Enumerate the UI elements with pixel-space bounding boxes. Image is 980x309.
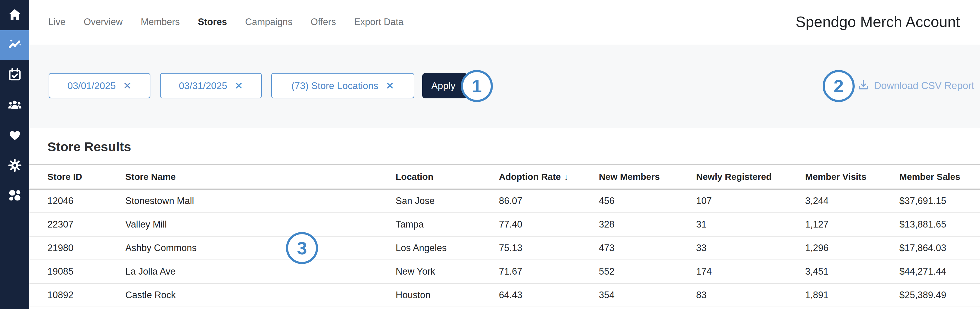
cell-location: Houston [396,290,499,301]
cell-newly-registered: 33 [696,242,805,254]
store-results-table: Store ID Store Name Location Adoption Ra… [29,165,980,307]
cell-member-sales: $13,881.65 [899,219,980,230]
cell-store-name: Stonestown Mall [125,195,396,206]
adoption-rate-label: Adoption Rate [499,172,561,182]
cell-newly-registered: 83 [696,290,805,301]
cell-new-members: 354 [599,290,696,301]
filter-chip-start-date[interactable]: 03/01/2025 ✕ [49,73,150,98]
table-row: 21980 Ashby Commons Los Angeles 75.13 47… [29,236,980,260]
apply-button[interactable]: Apply [422,73,467,98]
cell-location: San Jose [396,195,499,206]
account-title: Spendgo Merch Account [795,13,960,31]
annotation-3-number: 3 [297,238,307,258]
column-header-store-name[interactable]: Store Name [125,172,396,182]
annotation-circle-3: 3 [286,232,318,264]
store-results-title: Store Results [48,139,131,154]
download-csv-link[interactable]: Download CSV Report [857,73,974,98]
heart-icon [8,128,22,143]
column-header-adoption-rate[interactable]: Adoption Rate↓ [499,172,599,182]
cell-store-name: Castle Rock [125,290,396,301]
cell-adoption-rate: 86.07 [499,195,599,206]
annotation-1-number: 1 [472,76,482,97]
cell-store-id: 21980 [29,242,125,254]
cell-new-members: 473 [599,242,696,254]
cell-member-visits: 3,451 [805,266,899,277]
annotation-2-number: 2 [834,76,843,97]
cell-member-sales: $37,691.15 [899,195,980,206]
cell-member-sales: $44,271.44 [899,266,980,277]
filter-chip-start-date-label: 03/01/2025 [67,80,116,92]
cell-newly-registered: 31 [696,219,805,230]
table-row: 19085 La Jolla Ave New York 71.67 552 17… [29,260,980,284]
cell-location: Tampa [396,219,499,230]
nav-item-offers[interactable]: Offers [311,17,336,27]
nav-item-campaigns[interactable]: Campaigns [245,17,293,27]
nav-item-stores[interactable]: Stores [198,17,227,27]
cell-member-visits: 1,296 [805,242,899,254]
cell-member-sales: $17,864.03 [899,242,980,254]
cell-member-sales: $25,389.49 [899,290,980,301]
cell-member-visits: 1,891 [805,290,899,301]
download-icon [857,79,870,93]
cell-adoption-rate: 64.43 [499,290,599,301]
sidebar-item-settings[interactable] [0,151,29,181]
column-header-new-members[interactable]: New Members [599,172,696,182]
sidebar-item-calendar[interactable] [0,60,29,90]
column-header-newly-registered[interactable]: Newly Registered [696,172,805,182]
close-icon[interactable]: ✕ [386,81,395,91]
column-header-store-id[interactable]: Store ID [29,172,125,182]
nav-item-members[interactable]: Members [141,17,180,27]
cell-new-members: 552 [599,266,696,277]
cell-store-id: 12046 [29,195,125,206]
download-csv-label: Download CSV Report [874,80,974,92]
column-header-location[interactable]: Location [396,172,499,182]
analytics-icon [8,38,22,53]
cell-adoption-rate: 71.67 [499,266,599,277]
cell-newly-registered: 174 [696,266,805,277]
sidebar-item-members[interactable] [0,90,29,121]
gear-icon [8,158,22,174]
annotation-circle-2: 2 [822,70,855,102]
filter-chip-end-date[interactable]: 03/31/2025 ✕ [160,73,262,98]
annotation-circle-1: 1 [461,70,493,102]
cell-store-name: Valley Mill [125,219,396,230]
cell-store-name: Ashby Commons [125,242,396,254]
members-icon [8,98,22,113]
sidebar-item-home[interactable] [0,0,29,30]
sidebar [0,0,29,309]
cell-member-visits: 3,244 [805,195,899,206]
sidebar-item-favorites[interactable] [0,121,29,151]
nav-item-export-data[interactable]: Export Data [354,17,404,27]
blocks-icon [8,189,22,204]
table-row: 22307 Valley Mill Tampa 77.40 328 31 1,1… [29,213,980,236]
cell-store-id: 22307 [29,219,125,230]
home-icon [8,8,22,23]
nav-item-overview[interactable]: Overview [84,17,123,27]
sidebar-item-analytics[interactable] [0,30,29,60]
nav-item-live[interactable]: Live [48,17,65,27]
cell-newly-registered: 107 [696,195,805,206]
column-header-member-sales[interactable]: Member Sales [899,172,980,182]
filter-chip-end-date-label: 03/31/2025 [179,80,227,92]
filter-chip-store-locations[interactable]: (73) Store Locations ✕ [271,73,414,98]
cell-new-members: 328 [599,219,696,230]
cell-store-name: La Jolla Ave [125,266,396,277]
calendar-check-icon [8,68,22,83]
close-icon[interactable]: ✕ [234,81,243,91]
close-icon[interactable]: ✕ [123,81,132,91]
top-nav: Live Overview Members Stores Campaigns O… [29,0,980,44]
table-header-row: Store ID Store Name Location Adoption Ra… [29,165,980,190]
column-header-member-visits[interactable]: Member Visits [805,172,899,182]
table-row: 10892 Castle Rock Houston 64.43 354 83 1… [29,284,980,307]
sidebar-item-apps[interactable] [0,181,29,211]
sort-descending-icon: ↓ [564,172,568,182]
cell-adoption-rate: 75.13 [499,242,599,254]
table-row: 12046 Stonestown Mall San Jose 86.07 456… [29,190,980,213]
cell-new-members: 456 [599,195,696,206]
filter-chip-store-locations-label: (73) Store Locations [291,80,379,92]
cell-location: New York [396,266,499,277]
cell-location: Los Angeles [396,242,499,254]
cell-store-id: 19085 [29,266,125,277]
cell-store-id: 10892 [29,290,125,301]
cell-adoption-rate: 77.40 [499,219,599,230]
